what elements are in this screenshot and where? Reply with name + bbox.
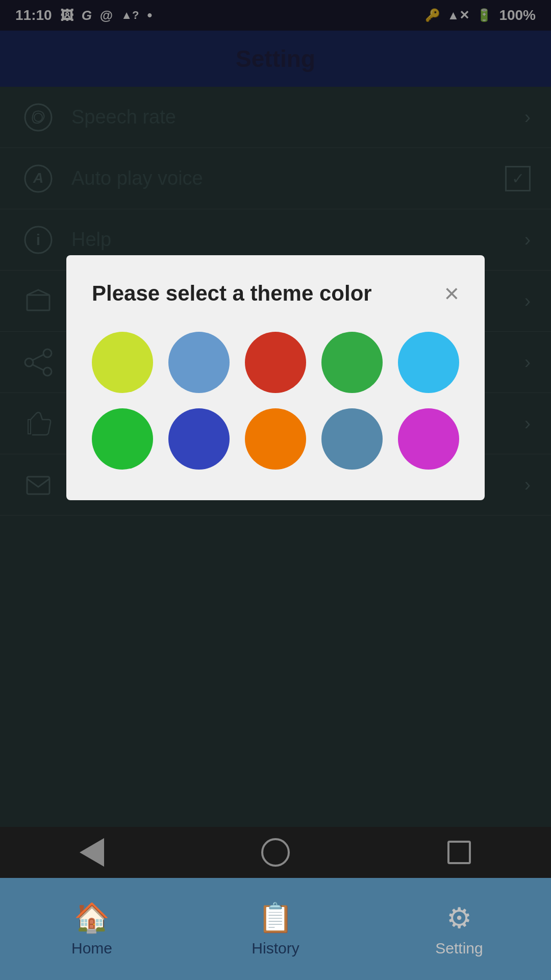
color-option-steel-blue[interactable] <box>321 408 383 470</box>
nav-setting-label: Setting <box>435 940 483 957</box>
nav-item-history[interactable]: 📋 History <box>224 901 327 957</box>
nav-item-setting[interactable]: ⚙ Setting <box>408 901 510 957</box>
color-option-green[interactable] <box>321 332 383 393</box>
modal-header: Please select a theme color × <box>92 281 459 306</box>
bottom-nav: 🏠 Home 📋 History ⚙ Setting <box>0 878 551 980</box>
color-option-yellow-green[interactable] <box>92 332 153 393</box>
color-option-red[interactable] <box>245 332 306 393</box>
history-icon: 📋 <box>258 901 293 935</box>
color-option-bright-green[interactable] <box>92 408 153 470</box>
color-option-cornflower-blue[interactable] <box>168 332 230 393</box>
android-nav-bar <box>0 827 551 878</box>
android-home-button[interactable] <box>260 837 291 868</box>
modal-close-button[interactable]: × <box>444 281 459 306</box>
android-recents-button[interactable] <box>444 837 474 868</box>
color-option-orange[interactable] <box>245 408 306 470</box>
modal-title: Please select a theme color <box>92 281 372 306</box>
color-option-navy-blue[interactable] <box>168 408 230 470</box>
color-option-purple[interactable] <box>398 408 459 470</box>
home-icon: 🏠 <box>74 901 110 935</box>
nav-item-home[interactable]: 🏠 Home <box>41 901 143 957</box>
nav-history-label: History <box>252 940 299 957</box>
color-option-cyan[interactable] <box>398 332 459 393</box>
color-picker-modal: Please select a theme color × <box>66 255 485 500</box>
android-back-button[interactable] <box>77 837 107 868</box>
color-grid <box>92 332 459 470</box>
nav-home-label: Home <box>71 940 112 957</box>
setting-nav-icon: ⚙ <box>446 901 472 935</box>
